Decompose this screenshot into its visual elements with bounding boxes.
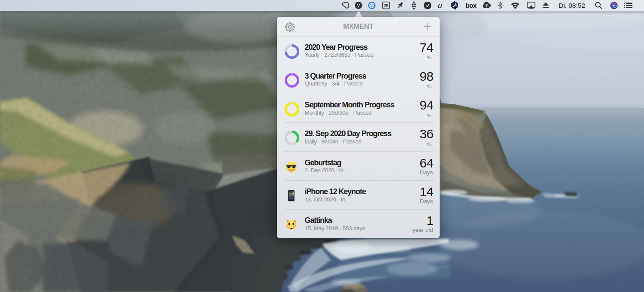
- svg-text:29: 29: [383, 3, 389, 8]
- svg-text:box: box: [465, 2, 477, 9]
- svg-text:Di. 08:52: Di. 08:52: [559, 2, 585, 9]
- svg-text:a: a: [438, 0, 443, 10]
